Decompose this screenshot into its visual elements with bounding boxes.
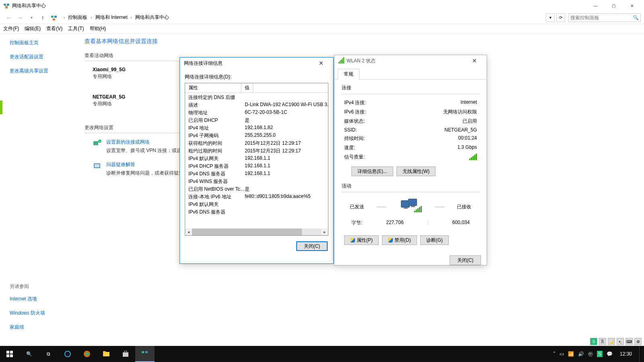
property-row[interactable]: 物理地址6C-72-20-03-5B-1C xyxy=(185,109,328,117)
breadcrumb-item[interactable]: 网络和共享中心 xyxy=(134,14,170,21)
close-button[interactable]: 关闭(C) xyxy=(450,255,481,265)
status-row: SSID:NETGEAR_5G xyxy=(342,126,479,134)
property-row[interactable]: 获得租约的时间2015年12月22日 12:29:17 xyxy=(185,140,328,147)
prop-value: fe80::d901:1805:b9da:aace%5 xyxy=(245,193,310,200)
seealso-internet-options[interactable]: Internet 选项 xyxy=(10,296,45,302)
seealso-firewall[interactable]: Windows 防火墙 xyxy=(10,310,45,317)
status-row: IPv6 连接:无网络访问权限 xyxy=(342,107,479,117)
scroll-left-button[interactable]: ◂ xyxy=(185,228,192,235)
property-row[interactable]: IPv4 DNS 服务器192.168.1.1 xyxy=(185,170,328,178)
property-row[interactable]: IPv6 默认网关 xyxy=(185,201,328,208)
activity-icon xyxy=(398,199,423,215)
taskbar-firefox[interactable] xyxy=(77,346,97,362)
col-property[interactable]: 属性 xyxy=(185,83,242,93)
property-row[interactable]: 描述D-Link DWA-192 AC1900 Wi-Fi USB 3.0 xyxy=(185,101,328,109)
svg-rect-7 xyxy=(53,19,55,21)
refresh-button[interactable]: ⟳ xyxy=(556,13,565,22)
prop-value: 192.168.1.1 xyxy=(245,155,270,162)
chevron-right-icon: › xyxy=(91,15,92,20)
clock[interactable]: 12:30 xyxy=(617,351,635,357)
tray-app-icon[interactable]: S xyxy=(597,351,603,357)
forward-button[interactable]: → xyxy=(14,13,26,23)
property-row[interactable]: 租约过期的时间2015年12月23日 12:29:17 xyxy=(185,147,328,155)
property-row[interactable]: IPv6 DNS 服务器 xyxy=(185,208,328,216)
property-row[interactable]: IPv4 WINS 服务器 xyxy=(185,178,328,185)
menu-help[interactable]: 帮助(H) xyxy=(90,25,106,32)
close-button[interactable]: ✕ xyxy=(623,0,641,11)
property-row[interactable]: IPv4 子网掩码255.255.255.0 xyxy=(185,132,328,140)
property-row[interactable]: IPv4 DHCP 服务器192.168.1.1 xyxy=(185,162,328,170)
tray-notifications-icon[interactable]: 💬 xyxy=(607,351,613,357)
search-button[interactable]: 🔍 xyxy=(19,346,39,362)
property-row[interactable]: 连接特定的 DNS 后缀 xyxy=(185,94,328,101)
minimize-button[interactable]: — xyxy=(586,0,605,11)
left-edge-tab[interactable] xyxy=(0,101,2,114)
bytes-received: 600,034 xyxy=(452,220,470,226)
sidebar-link-home[interactable]: 控制面板主页 xyxy=(10,39,76,46)
menu-edit[interactable]: 编辑(E) xyxy=(25,25,41,32)
maximize-button[interactable]: ▢ xyxy=(605,0,623,11)
tray-network-icon[interactable]: 📶 xyxy=(568,351,574,357)
new-connection-icon: + xyxy=(93,139,102,148)
scroll-right-button[interactable]: ▸ xyxy=(321,228,328,235)
breadcrumb-item[interactable]: 控制面板 xyxy=(67,14,88,21)
properties-button[interactable]: 属性(P) xyxy=(344,235,379,245)
tray-battery-icon[interactable]: ▭ xyxy=(559,351,564,357)
tray-moon-icon[interactable]: 🌙 xyxy=(608,338,615,345)
svg-line-3 xyxy=(5,6,6,6)
address-dropdown[interactable]: ▾ xyxy=(546,13,555,22)
scroll-thumb[interactable] xyxy=(192,228,302,235)
disable-button[interactable]: 禁用(D) xyxy=(382,235,417,245)
tray-ime-icon[interactable]: ㊥ xyxy=(588,351,593,358)
dialog-titlebar[interactable]: WLAN 2 状态 ✕ xyxy=(334,55,487,66)
properties-list: 属性 值 连接特定的 DNS 后缀描述D-Link DWA-192 AC1900… xyxy=(185,83,328,236)
search-field[interactable] xyxy=(570,15,633,21)
tray-volume-icon[interactable]: 🔊 xyxy=(578,351,584,357)
property-row[interactable]: IPv4 默认网关192.168.1.1 xyxy=(185,155,328,162)
breadcrumb[interactable]: › 控制面板 › 网络和 Internet › 网络和共享中心 xyxy=(60,13,544,22)
sidebar-link-sharing[interactable]: 更改高级共享设置 xyxy=(10,68,76,74)
property-row[interactable]: 已启用 NetBIOS over Tc...是 xyxy=(185,185,328,193)
property-row[interactable]: 已启用 DHCP是 xyxy=(185,117,328,124)
ime-icon[interactable]: S xyxy=(590,338,597,345)
taskbar-edge[interactable] xyxy=(58,346,77,362)
property-row[interactable]: IPv4 地址192.168.1.82 xyxy=(185,124,328,132)
taskbar-control-panel[interactable] xyxy=(135,346,155,362)
start-button[interactable] xyxy=(0,346,19,362)
breadcrumb-item[interactable]: 网络和 Internet xyxy=(95,14,128,21)
desktop-tray: S 五 🌙 •, ⌨ ⚙ xyxy=(590,338,642,345)
tray-settings-icon[interactable]: ⚙ xyxy=(634,338,642,345)
taskbar-store[interactable] xyxy=(116,346,135,362)
tray-punct-icon[interactable]: •, xyxy=(617,338,624,345)
wireless-properties-button[interactable]: 无线属性(W) xyxy=(396,167,436,176)
close-button[interactable]: 关闭(C) xyxy=(296,241,328,251)
menu-view[interactable]: 查看(V) xyxy=(46,25,62,32)
taskbar-explorer[interactable] xyxy=(97,346,116,362)
dialog-close-button[interactable]: ✕ xyxy=(313,58,329,68)
horizontal-scrollbar[interactable]: ◂ ▸ xyxy=(185,228,328,235)
show-desktop-button[interactable] xyxy=(639,346,642,362)
menu-tools[interactable]: 工具(T) xyxy=(68,25,84,32)
up-button[interactable]: ↑ xyxy=(37,13,48,23)
property-row[interactable]: 连接-本地 IPv6 地址fe80::d901:1805:b9da:aace%5 xyxy=(185,193,328,201)
back-button[interactable]: ← xyxy=(3,13,14,23)
dialog-close-button[interactable]: ✕ xyxy=(466,56,483,66)
status-row: 速度:1.3 Gbps xyxy=(342,143,479,152)
prop-name: IPv4 WINS 服务器 xyxy=(188,178,245,185)
svg-line-4 xyxy=(6,6,8,6)
task-view-button[interactable]: ⧉ xyxy=(39,346,58,362)
search-input[interactable]: 🔍 xyxy=(568,13,641,22)
tray-keyboard-icon[interactable]: ⌨ xyxy=(625,338,633,345)
dialog-titlebar[interactable]: 网络连接详细信息 ✕ xyxy=(180,58,333,69)
system-tray: ˄ ▭ 📶 🔊 ㊥ S 💬 12:30 xyxy=(553,346,644,362)
tab-general[interactable]: 常规 xyxy=(338,69,359,80)
diagnose-button[interactable]: 诊断(G) xyxy=(420,235,449,245)
col-value[interactable]: 值 xyxy=(242,83,253,93)
recent-dropdown[interactable]: ▾ xyxy=(26,13,37,23)
ime-mode-icon[interactable]: 五 xyxy=(599,338,606,345)
details-button[interactable]: 详细信息(E)... xyxy=(351,167,393,176)
seealso-homegroup[interactable]: 家庭组 xyxy=(10,324,45,331)
sidebar-link-adapter[interactable]: 更改适配器设置 xyxy=(10,53,76,60)
tray-chevron-up-icon[interactable]: ˄ xyxy=(553,351,555,357)
menu-file[interactable]: 文件(F) xyxy=(3,25,19,32)
